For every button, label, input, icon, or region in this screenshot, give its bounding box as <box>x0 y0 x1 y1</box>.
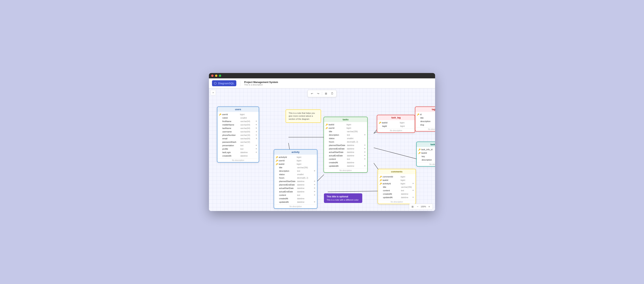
table-row: status smallint <box>324 137 367 140</box>
table-row: 🔑 userId bigint <box>324 126 367 130</box>
note-yellow: This is a note that helps you give more … <box>286 110 321 123</box>
table-activity-body: 🔑 activityId bigint 🔑 userId bigint 🔑 ta… <box>274 155 317 204</box>
table-task-info-header: task_info <box>417 142 435 147</box>
table-row: 🔑 userId bigint <box>274 159 317 162</box>
eye-icon: 👁 <box>256 148 257 150</box>
add-table-button[interactable]: ⊞ <box>323 91 329 96</box>
app-bar: ⬡ DiagramSQL Project Management System T… <box>209 78 435 88</box>
eye-icon: 👁 <box>256 120 257 122</box>
eye-icon: 👁 <box>256 144 257 146</box>
undo-button[interactable]: ↩ <box>309 91 315 96</box>
logo-icon: ⬡ <box>214 82 216 85</box>
table-row: lastName varchar(64) 👁 <box>217 126 259 130</box>
eye-icon: 👁 <box>256 124 257 126</box>
table-row: tagId bigint <box>377 124 415 128</box>
table-row: key varchar(64) <box>417 155 435 158</box>
table-row: title varchar(256) <box>324 130 367 133</box>
pk-icon: 🔑 <box>418 148 420 150</box>
table-row: createdAt datetime <box>217 154 259 158</box>
grid-toggle-button[interactable]: ⊞ <box>411 205 414 208</box>
table-row: 🔑 activityId bigint <box>274 156 317 159</box>
table-row: 🔑 taskId bigint <box>377 121 415 124</box>
table-row: updatedAt datetime 👁 <box>378 196 416 199</box>
maximize-button[interactable] <box>219 74 221 77</box>
table-row: content text 👁 <box>274 193 317 197</box>
logo-text: DiagramSQL <box>218 82 234 85</box>
note-purple: This title is optional This is a note wi… <box>324 193 362 203</box>
sidebar-toggle-button[interactable]: » <box>210 90 216 95</box>
eye-icon: 👁 <box>412 183 414 184</box>
pk-icon: 🔑 <box>326 124 328 126</box>
canvas: » ↩ ↪ ⊞ 🗒 users 🔑 userId bigint roleId <box>209 88 435 211</box>
zoom-level: 100% <box>421 206 426 208</box>
minimize-button[interactable] <box>215 74 217 77</box>
table-row: title varchar(64) ⚙ <box>415 116 435 120</box>
table-row: createdAt datetime <box>378 192 416 196</box>
table-tasks: tasks 🔑 taskId bigint 🔑 userId bigint ti… <box>324 117 368 173</box>
table-row: 🔑 taskId bigint <box>274 162 317 166</box>
fk-icon: 🔑 <box>326 127 328 129</box>
table-row: updatedAt datetime 👁 <box>324 164 367 168</box>
gear-icon: ⚙ <box>256 138 257 140</box>
table-task-tag-footer: No description <box>377 128 415 132</box>
eye-icon: 👁 <box>364 158 366 160</box>
pk-icon: 🔑 <box>380 176 382 178</box>
add-note-button[interactable]: 🗒 <box>330 91 335 96</box>
project-info: Project Management System This is a desc… <box>244 81 278 86</box>
redo-button[interactable]: ↪ <box>316 91 321 96</box>
table-task-tag-body: 🔑 taskId bigint tagId bigint <box>377 120 415 128</box>
table-row: passwordHash varchar(32) <box>217 140 259 144</box>
table-row: status smallint <box>274 173 317 176</box>
table-row: content text 👁 <box>324 157 367 161</box>
table-row: createdAt datetime <box>274 197 317 200</box>
table-row: 🔑 commentId bigint <box>378 175 416 178</box>
table-row: content text 👁 <box>378 189 416 192</box>
note-yellow-text: This is a note that helps you give more … <box>289 112 315 120</box>
logo: ⬡ DiagramSQL <box>212 80 236 86</box>
close-button[interactable] <box>211 74 214 77</box>
eye-icon: 👁 <box>314 187 316 189</box>
pk-icon: 🔑 <box>417 114 419 116</box>
pk-icon: 🔑 <box>219 114 221 116</box>
table-row: updatedAt datetime 👁 <box>274 200 317 204</box>
zoom-out-button[interactable]: − <box>416 205 420 208</box>
table-users-body: 🔑 userId bigint roleId smallint firstNam… <box>217 112 259 158</box>
note-purple-text: This is a note with a different color <box>326 199 360 201</box>
table-activity: activity 🔑 activityId bigint 🔑 userId bi… <box>274 149 318 209</box>
table-tags: tags 🔑 id bigint title varchar(64) ⚙ des… <box>415 106 435 132</box>
table-row: hours decimal(6, 2) <box>274 176 317 180</box>
table-row: profile text 👁 <box>217 147 259 150</box>
table-users: users 🔑 userId bigint roleId smallint fi… <box>217 106 259 162</box>
zoom-in-button[interactable]: + <box>427 205 431 208</box>
fk-icon: 🔑 <box>380 183 382 185</box>
table-users-footer: No description <box>217 158 259 162</box>
table-tags-body: 🔑 id bigint title varchar(64) ⚙ descript… <box>415 112 435 127</box>
eye-icon: 👁 <box>314 180 316 182</box>
eye-icon: 👁 <box>364 155 366 156</box>
table-row: actualStartDate datetime 👁 <box>274 186 317 190</box>
table-row: 🔑 taskId bigint <box>417 151 435 155</box>
table-row: plannedEndDate datetime 👁 <box>274 183 317 186</box>
table-row: plannedStartDate datetime 👁 <box>274 180 317 183</box>
table-tasks-footer: No description <box>324 168 367 172</box>
table-row: username varchar(64) ⚙ <box>217 130 259 134</box>
table-row: 🔑 activityId bigint 👁 <box>378 182 416 185</box>
table-row: hours decimal(6, 2) <box>324 140 367 144</box>
table-row: 🔑 task_info_id bigint <box>417 148 435 151</box>
table-row: slug varchar(128) ⚙ <box>415 123 435 126</box>
table-row: lastLogin datetime 👁 <box>217 150 259 154</box>
eye-icon: 👁 <box>256 152 257 153</box>
table-tags-footer: No description <box>415 127 435 131</box>
table-row: roleId smallint <box>217 116 259 120</box>
gear-icon: ⚙ <box>256 131 257 132</box>
eye-icon: 👁 <box>364 144 366 146</box>
eye-icon: 👁 <box>364 148 366 150</box>
table-row: 🔑 userId bigint <box>217 113 259 116</box>
toolbar-separator <box>322 92 322 96</box>
table-task-info-body: 🔑 task_info_id bigint 🔑 taskId bigint ke… <box>417 147 435 162</box>
table-users-header: users <box>217 107 259 112</box>
table-row: phoneNumber varchar(16) 👁 <box>217 134 259 137</box>
table-row: plannedEndDate datetime 👁 <box>324 147 367 150</box>
table-row: description text ⚙ <box>417 158 435 162</box>
pk-icon: 🔑 <box>276 156 278 158</box>
